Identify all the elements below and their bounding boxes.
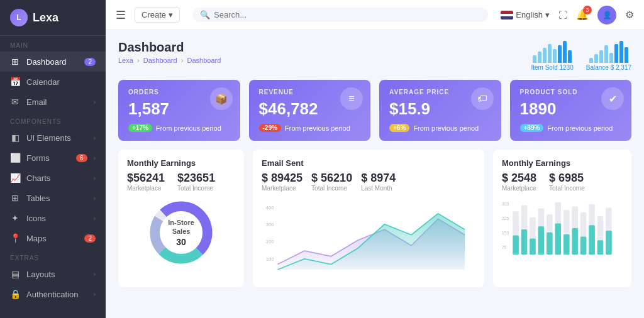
header-bar-6: [563, 41, 567, 63]
logo-text: Lexa: [33, 11, 58, 25]
email-income-label: Total Income: [311, 185, 352, 192]
svg-text:300: 300: [502, 202, 509, 206]
create-button[interactable]: Create ▾: [135, 7, 180, 23]
tables-icon: ⊞: [10, 193, 20, 203]
donut-num: 30: [164, 236, 199, 247]
sidebar-item-dashboard[interactable]: ⊞Dashboard2: [0, 52, 106, 72]
sidebar-item-authentication[interactable]: 🔒Authentication›: [0, 284, 106, 304]
breadcrumb-current: Dashboard: [187, 57, 221, 64]
items-sold-label: Item Sold 1230: [531, 64, 573, 71]
header-bar-3: [604, 45, 608, 63]
sidebar-item-layouts[interactable]: ▤Layouts›: [0, 264, 106, 284]
menu-icon[interactable]: ☰: [116, 8, 126, 22]
email-sent-title: Email Sent: [262, 158, 475, 168]
logo-icon: L: [10, 9, 28, 26]
lang-chevron-icon: ▾: [545, 10, 550, 19]
svg-rect-23: [547, 233, 553, 255]
sidebar-badge-dashboard: 2: [84, 58, 96, 66]
email-chart-svg: 400 300 200 100: [262, 197, 475, 278]
flag-icon: [501, 11, 513, 19]
notifications-badge: 3: [583, 6, 592, 14]
balance-label: Balance $ 2,317: [586, 64, 631, 71]
language-selector[interactable]: English ▾: [501, 10, 550, 19]
breadcrumb-home[interactable]: Lexa: [118, 57, 133, 64]
marketplace-label-left: Marketplace: [127, 185, 165, 192]
email-marketplace-num: $ 89425: [262, 172, 303, 185]
stat-card-label-revenue: REVENUE: [259, 89, 361, 96]
fullscreen-icon[interactable]: ⛶: [558, 10, 567, 20]
stat-badge-average-price: +6%: [389, 124, 409, 132]
sidebar-item-ui-elements[interactable]: ◧UI Elements›: [0, 128, 106, 148]
sidebar-item-label: Calendar: [26, 77, 96, 87]
svg-text:300: 300: [266, 222, 274, 228]
page-header: Dashboard Lexa › Dashboard › Dashboard I…: [118, 40, 631, 71]
monthly-earnings-left-values: $56241 Marketplace $23651 Total Income: [127, 172, 235, 192]
stat-card-footer-revenue: -29%From previous period: [259, 124, 361, 132]
avatar[interactable]: 👤: [597, 6, 616, 25]
stat-card-footer-orders: +17%From previous period: [128, 124, 230, 132]
sidebar-item-calendar[interactable]: 📅Calendar: [0, 72, 106, 92]
header-bar-5: [558, 45, 562, 63]
balance-bars: [589, 40, 628, 63]
sidebar-chevron-icon: ›: [94, 271, 96, 278]
right-marketplace-value: $ 2548 Marketplace: [502, 172, 536, 192]
donut-wrapper: In-Store Sales 30: [147, 198, 216, 267]
email-marketplace-label: Marketplace: [262, 185, 303, 192]
email-icon: ✉: [10, 97, 20, 107]
stat-cards: 📦ORDERS1,587+17%From previous period≡REV…: [118, 80, 631, 141]
income-value-left: $23651 Total Income: [177, 172, 215, 192]
svg-text:100: 100: [266, 256, 274, 262]
calendar-icon: 📅: [10, 77, 20, 87]
svg-rect-31: [580, 237, 587, 255]
income-label-left: Total Income: [177, 185, 215, 192]
monthly-earnings-right-panel: Monthly Earnings $ 2548 Marketplace $ 69…: [493, 150, 631, 287]
breadcrumb: Lexa › Dashboard › Dashboard: [118, 57, 221, 64]
svg-rect-29: [572, 228, 578, 255]
right-income-num: $ 6985: [549, 172, 585, 185]
header-bar-0: [533, 55, 536, 63]
sidebar-item-label: Charts: [26, 173, 87, 183]
sidebar-item-label: Dashboard: [26, 57, 78, 67]
sidebar-item-icons[interactable]: ✦Icons›: [0, 208, 106, 228]
sidebar-section-label: EXTRAS: [0, 248, 106, 264]
search-input[interactable]: [214, 10, 480, 19]
header-bar-3: [548, 44, 552, 63]
sidebar-section-label: COMPONENTS: [0, 112, 106, 128]
header-bar-1: [538, 52, 541, 63]
authentication-icon: 🔒: [10, 289, 20, 299]
email-lastmonth-num: $ 8974: [361, 172, 396, 185]
svg-rect-27: [564, 234, 570, 255]
sidebar-logo[interactable]: L Lexa: [0, 0, 106, 36]
forms-icon: ⬜: [10, 153, 20, 163]
sidebar-item-maps[interactable]: 📍Maps2: [0, 228, 106, 248]
header-bar-6: [619, 41, 623, 63]
right-marketplace-num: $ 2548: [502, 172, 536, 185]
svg-text:400: 400: [266, 205, 274, 211]
stat-card-average-price: 🏷AVERAGE PRICE$15.9+6%From previous peri…: [379, 80, 501, 141]
breadcrumb-section[interactable]: Dashboard: [143, 57, 177, 64]
language-label: English: [516, 10, 543, 19]
monthly-earnings-right-title: Monthly Earnings: [502, 158, 623, 168]
balance-chart: Balance $ 2,317: [586, 40, 631, 71]
topbar: ☰ Create ▾ 🔍 English ▾ ⛶ 🔔 3 👤 ⚙: [106, 0, 644, 30]
sidebar-item-label: Maps: [26, 234, 78, 243]
header-bar-0: [589, 58, 593, 63]
notifications-icon[interactable]: 🔔 3: [576, 9, 589, 21]
right-income-label: Total Income: [549, 185, 585, 192]
right-marketplace-label: Marketplace: [502, 185, 536, 192]
sidebar-item-email[interactable]: ✉Email›: [0, 92, 106, 112]
sidebar-item-forms[interactable]: ⬜Forms6›: [0, 148, 106, 168]
create-chevron-icon: ▾: [169, 10, 173, 19]
donut-chart-container: In-Store Sales 30: [127, 198, 235, 267]
stat-card-label-orders: ORDERS: [128, 89, 230, 96]
sidebar-item-charts[interactable]: 📈Charts›: [0, 168, 106, 188]
stat-card-label-product-sold: PRODUCT SOLD: [520, 89, 622, 96]
sidebar-item-tables[interactable]: ⊞Tables›: [0, 188, 106, 208]
monthly-earnings-right-values: $ 2548 Marketplace $ 6985 Total Income: [502, 172, 623, 192]
svg-rect-35: [597, 240, 604, 255]
settings-icon[interactable]: ⚙: [625, 9, 634, 21]
stat-card-product-sold: ✔PRODUCT SOLD1890+89%From previous perio…: [510, 80, 632, 141]
header-bar-1: [594, 54, 598, 63]
stat-card-label-average-price: AVERAGE PRICE: [389, 89, 491, 96]
marketplace-num-left: $56241: [127, 172, 165, 185]
